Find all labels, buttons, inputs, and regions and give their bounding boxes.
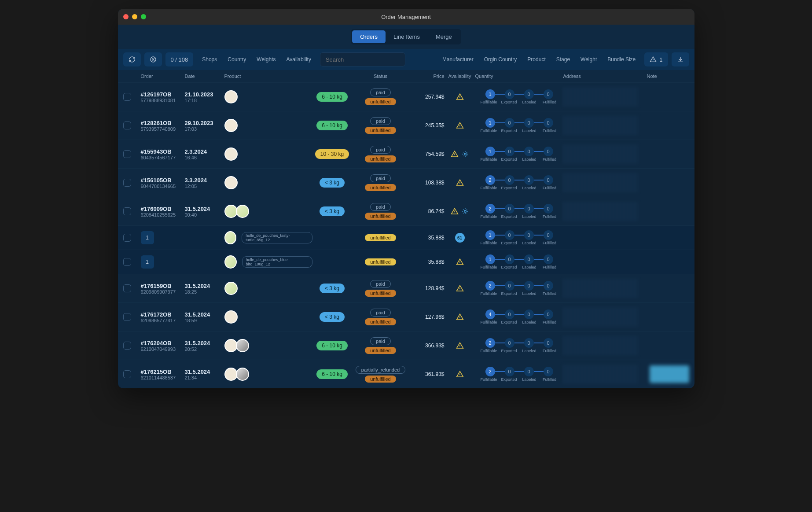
- line-item-row[interactable]: 1holle_de_pouches_tasty-turtle_85g_12unf…: [118, 225, 694, 250]
- order-row[interactable]: #176159OB620980990797731.5.202418:25< 3 …: [118, 274, 694, 302]
- status-badge: paid: [370, 174, 391, 182]
- qty-node: 0: [524, 147, 534, 156]
- row-checkbox[interactable]: [123, 342, 131, 350]
- order-id: #126197OB: [141, 91, 172, 98]
- order-row[interactable]: #176215OB621011448653731.5.202421:346 - …: [118, 360, 694, 388]
- order-row[interactable]: #126197OB577988893108121.10.202317:186 -…: [118, 82, 694, 111]
- filter-availability[interactable]: Availability: [281, 56, 316, 63]
- order-time: 00:40: [185, 212, 197, 217]
- alerts-button[interactable]: 1: [644, 52, 668, 66]
- weight-badge: < 3 kg: [320, 312, 345, 322]
- col-note: Note: [647, 74, 669, 79]
- qty-node: 1: [485, 118, 495, 128]
- order-row[interactable]: #176172OB620986577741731.5.202418:59< 3 …: [118, 302, 694, 331]
- quantity-steps: 4000: [485, 309, 553, 319]
- order-sub-id: 6044780134665: [141, 184, 176, 189]
- weight-badge: < 3 kg: [320, 206, 345, 216]
- quantity-steps: 1000: [485, 118, 553, 128]
- row-checkbox[interactable]: [123, 122, 131, 129]
- download-icon: [677, 56, 684, 63]
- price: 128.94$: [409, 285, 445, 291]
- row-checkbox[interactable]: [123, 313, 131, 321]
- line-item-row[interactable]: 1holle_de_pouches_blue-bird_100g_12unful…: [118, 250, 694, 274]
- tab-orders[interactable]: Orders: [352, 30, 386, 43]
- qty-node: 0: [524, 254, 534, 264]
- filter-product[interactable]: Product: [522, 56, 551, 63]
- qty-node: 0: [524, 338, 534, 348]
- tab-line-items[interactable]: Line Items: [386, 30, 428, 43]
- filter-weight[interactable]: Weight: [575, 56, 602, 63]
- qty-label: Exported: [499, 214, 519, 219]
- qty-node: 2: [485, 281, 495, 291]
- filter-stage[interactable]: Stage: [551, 56, 575, 63]
- filter-country[interactable]: Country: [222, 56, 251, 63]
- row-checkbox[interactable]: [123, 258, 131, 266]
- qty-label: Fulfillable: [479, 349, 499, 353]
- qty-node: 0: [505, 147, 514, 156]
- row-checkbox[interactable]: [123, 234, 131, 242]
- qty-label: Exported: [499, 291, 519, 296]
- download-button[interactable]: [672, 52, 689, 66]
- qty-node: 0: [544, 204, 553, 214]
- toolbar: 0 / 108 ShopsCountryWeightsAvailability …: [118, 49, 694, 70]
- row-checkbox[interactable]: [123, 284, 131, 292]
- warning-icon: [456, 122, 464, 129]
- qty-label: Exported: [499, 241, 519, 245]
- row-checkbox[interactable]: [123, 150, 131, 158]
- qty-node: 0: [544, 338, 553, 348]
- qty-node: 0: [505, 367, 514, 376]
- order-time: 17:18: [185, 98, 197, 103]
- price: 108.38$: [409, 180, 445, 186]
- order-row[interactable]: #156105OB60447801346653.3.202412:05< 3 k…: [118, 168, 694, 197]
- product-thumb: [224, 231, 237, 244]
- row-checkbox[interactable]: [123, 370, 131, 378]
- qty-node: 0: [544, 254, 553, 264]
- chat-widget[interactable]: [650, 365, 689, 383]
- order-id: #176204OB: [141, 340, 172, 346]
- cancel-selection-button[interactable]: [144, 52, 162, 66]
- svg-point-1: [464, 153, 466, 155]
- warning-icon: [456, 313, 464, 321]
- status-badge: paid: [370, 337, 391, 345]
- order-row[interactable]: #155943OB60435745671772.3.202416:4610 - …: [118, 140, 694, 168]
- order-row[interactable]: #176009OB620841025562531.5.202400:40< 3 …: [118, 197, 694, 225]
- qty-label: Exported: [499, 349, 519, 353]
- price: 86.74$: [409, 208, 445, 214]
- filter-weights[interactable]: Weights: [251, 56, 281, 63]
- tab-merge[interactable]: Merge: [428, 30, 460, 43]
- maximize-button[interactable]: [141, 14, 146, 19]
- selection-count[interactable]: 0 / 108: [165, 52, 194, 66]
- refresh-button[interactable]: [123, 52, 141, 66]
- qty-label: Fulfilled: [540, 265, 560, 269]
- sku-badge: holle_de_pouches_tasty-turtle_85g_12: [242, 232, 312, 243]
- qty-node: 0: [505, 175, 514, 185]
- row-checkbox[interactable]: [123, 93, 131, 101]
- order-date: 31.5.2024: [185, 368, 210, 375]
- order-date: 31.5.2024: [185, 340, 210, 346]
- qty-label: Fulfilled: [540, 377, 560, 382]
- row-checkbox[interactable]: [123, 179, 131, 187]
- product-thumb: [236, 368, 249, 381]
- status-badge: unfulfilled: [365, 318, 396, 325]
- qty-label: Labeled: [519, 320, 540, 324]
- qty-label: Fulfillable: [479, 291, 499, 296]
- filter-bundle-size[interactable]: Bundle Size: [602, 56, 641, 63]
- qty-node: 0: [524, 281, 534, 291]
- filter-orgin-country[interactable]: Orgin Country: [479, 56, 522, 63]
- close-button[interactable]: [123, 14, 129, 19]
- product-thumb: [224, 310, 238, 324]
- row-checkbox[interactable]: [123, 207, 131, 215]
- address-redacted: [563, 307, 638, 327]
- minimize-button[interactable]: [132, 14, 137, 19]
- search-input[interactable]: [320, 52, 405, 66]
- refresh-icon: [129, 56, 136, 63]
- order-row[interactable]: #176204OB621004704999331.5.202420:526 - …: [118, 331, 694, 360]
- address-redacted: [563, 144, 638, 164]
- qty-node: 0: [505, 204, 514, 214]
- qty-node: 2: [485, 367, 495, 376]
- quantity-steps: 2000: [485, 367, 553, 376]
- filter-manufacturer[interactable]: Manufacturer: [437, 56, 479, 63]
- order-row[interactable]: #128261OB579395774080929.10.202317:036 -…: [118, 111, 694, 140]
- filter-shops[interactable]: Shops: [197, 56, 222, 63]
- qty-label: Fulfillable: [479, 320, 499, 324]
